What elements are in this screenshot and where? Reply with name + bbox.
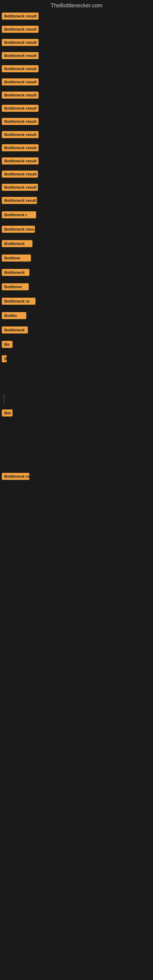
list-item: B bbox=[1, 355, 153, 364]
empty-row-10 bbox=[1, 524, 153, 536]
bottleneck-label[interactable]: Bottleneck result bbox=[2, 197, 37, 204]
list-item: Bottleneck result bbox=[1, 13, 153, 20]
empty-row-15 bbox=[1, 585, 153, 598]
items-container: Bottleneck result Bottleneck result Bott… bbox=[0, 13, 153, 610]
empty-row-2 bbox=[1, 382, 153, 394]
list-item: Bottleneck result bbox=[1, 197, 153, 205]
bottleneck-label[interactable]: Bottleneck result bbox=[2, 158, 38, 164]
list-item: Bottleneck result bbox=[1, 26, 153, 33]
bottleneck-label[interactable]: Bottleneck result bbox=[2, 13, 38, 20]
bottleneck-label[interactable]: Bottleneck result bbox=[2, 65, 38, 72]
bottleneck-label[interactable]: Bottleneck re bbox=[2, 473, 29, 480]
site-title: TheBottlenecker.com bbox=[0, 0, 153, 13]
list-item: Bottleneck result bbox=[1, 78, 153, 86]
bottleneck-label[interactable]: Bottleneck result bbox=[2, 131, 38, 138]
empty-row-4 bbox=[1, 436, 153, 449]
bottleneck-label[interactable]: Bottlene bbox=[2, 255, 31, 261]
empty-row-1 bbox=[1, 370, 153, 382]
list-item: Bo bbox=[1, 341, 153, 349]
list-item: Bottleneck result bbox=[1, 131, 153, 138]
list-item: Bottleneck result bbox=[1, 105, 153, 112]
empty-row-12 bbox=[1, 549, 153, 561]
list-item: Bottleneck result bbox=[1, 170, 153, 178]
list-item: Bottleneck result bbox=[1, 52, 153, 59]
list-item: Bottler bbox=[1, 312, 153, 320]
list-item: Bottleneck result bbox=[1, 39, 153, 46]
bottleneck-label[interactable]: Bottleneck result bbox=[2, 92, 38, 99]
empty-row-13 bbox=[1, 561, 153, 573]
list-item: Bottleneck resu bbox=[1, 226, 153, 234]
bottleneck-label[interactable]: Bottleneck bbox=[2, 326, 28, 334]
empty-row-14 bbox=[1, 573, 153, 585]
bottleneck-label[interactable]: Bottleneck result bbox=[2, 118, 38, 125]
bottleneck-label[interactable]: Bot bbox=[2, 409, 13, 417]
bottleneck-label[interactable]: Bottleneck bbox=[2, 269, 29, 276]
empty-row-7 bbox=[1, 487, 153, 500]
list-item: Bottleneck r bbox=[1, 211, 153, 220]
list-item: Bottlene bbox=[1, 255, 153, 263]
list-item: Bottleneck result bbox=[1, 184, 153, 191]
list-item: Bottleneck result bbox=[1, 144, 153, 151]
empty-row-11 bbox=[1, 536, 153, 549]
bottleneck-label[interactable]: Bo bbox=[2, 341, 13, 348]
empty-row-16 bbox=[1, 598, 153, 610]
bottleneck-label[interactable]: Bottleneck result bbox=[2, 52, 38, 59]
bottleneck-label[interactable]: Bottleneck resu bbox=[2, 226, 35, 233]
bottleneck-label[interactable]: Bottleneck r bbox=[2, 211, 36, 218]
bottleneck-label[interactable]: Bottleneck re bbox=[2, 298, 35, 305]
bottleneck-label[interactable]: Bottleneck result bbox=[2, 144, 38, 151]
bottleneck-label[interactable]: Bottleneck result bbox=[2, 78, 38, 86]
list-item: Bottleneck result bbox=[1, 65, 153, 72]
thin-line bbox=[4, 394, 4, 403]
list-item: Bottleneck bbox=[1, 326, 153, 335]
list-item: Bottleneck re bbox=[1, 473, 153, 481]
empty-row-6 bbox=[1, 461, 153, 473]
bottleneck-label[interactable]: Bottleneck result bbox=[2, 105, 38, 112]
list-item: Bottleneck result bbox=[1, 92, 153, 99]
bottleneck-label[interactable]: Bottleneck result bbox=[2, 26, 38, 33]
empty-row-8 bbox=[1, 500, 153, 512]
list-item: Bottleneck bbox=[1, 269, 153, 277]
list-item: Bottleneck result bbox=[1, 118, 153, 125]
bottleneck-label[interactable]: Bottleneck result bbox=[2, 170, 38, 178]
bottleneck-label[interactable]: B bbox=[2, 355, 7, 362]
bottleneck-label[interactable]: Bottleneck bbox=[2, 240, 32, 247]
bottleneck-label[interactable]: Bottlenec bbox=[2, 283, 29, 290]
bottleneck-label[interactable]: Bottleneck result bbox=[2, 184, 38, 191]
empty-row-3 bbox=[1, 424, 153, 436]
list-item: Bottleneck re bbox=[1, 298, 153, 306]
empty-row-5 bbox=[1, 449, 153, 461]
list-item: Bottlenec bbox=[1, 283, 153, 291]
list-item: Bottleneck bbox=[1, 240, 153, 248]
empty-row-9 bbox=[1, 512, 153, 524]
list-item: Bottleneck result bbox=[1, 158, 153, 164]
list-item: Bot bbox=[1, 409, 153, 418]
bottleneck-label[interactable]: Bottler bbox=[2, 312, 26, 319]
bottleneck-label[interactable]: Bottleneck result bbox=[2, 39, 38, 46]
